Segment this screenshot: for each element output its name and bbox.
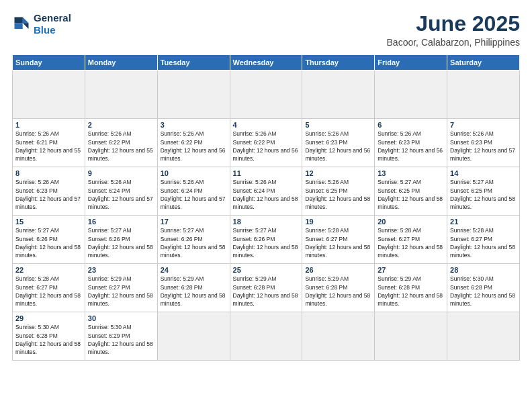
table-row: 21Sunrise: 5:28 AMSunset: 6:27 PMDayligh… — [447, 216, 520, 264]
day-info: Sunrise: 5:29 AMSunset: 6:27 PMDaylight:… — [88, 275, 154, 308]
day-info: Sunrise: 5:26 AMSunset: 6:23 PMDaylight:… — [305, 130, 371, 163]
day-number: 16 — [88, 218, 154, 226]
day-number: 26 — [305, 266, 371, 274]
col-saturday: Saturday — [447, 55, 520, 71]
day-info: Sunrise: 5:27 AMSunset: 6:26 PMDaylight:… — [88, 226, 154, 259]
day-number: 10 — [161, 169, 227, 177]
table-row — [447, 312, 520, 361]
day-number: 22 — [15, 266, 82, 274]
day-number: 2 — [88, 121, 154, 129]
day-number: 25 — [233, 266, 300, 274]
table-row: 20Sunrise: 5:28 AMSunset: 6:27 PMDayligh… — [375, 216, 447, 264]
day-number: 20 — [378, 218, 444, 226]
table-row — [375, 71, 447, 119]
table-row — [13, 71, 85, 119]
logo-text: General Blue — [34, 12, 71, 36]
table-row — [157, 312, 230, 361]
table-row: 30Sunrise: 5:30 AMSunset: 6:29 PMDayligh… — [85, 312, 157, 361]
day-number: 11 — [233, 169, 300, 177]
col-friday: Friday — [375, 55, 447, 71]
table-row: 27Sunrise: 5:29 AMSunset: 6:28 PMDayligh… — [375, 264, 447, 312]
table-row: 13Sunrise: 5:27 AMSunset: 6:25 PMDayligh… — [375, 167, 447, 216]
table-row: 7Sunrise: 5:26 AMSunset: 6:23 PMDaylight… — [447, 119, 520, 167]
day-info: Sunrise: 5:29 AMSunset: 6:28 PMDaylight:… — [161, 275, 227, 308]
day-number: 28 — [450, 266, 517, 274]
main-title: June 2025 — [387, 12, 520, 36]
day-info: Sunrise: 5:28 AMSunset: 6:27 PMDaylight:… — [305, 226, 371, 259]
day-info: Sunrise: 5:28 AMSunset: 6:27 PMDaylight:… — [378, 226, 444, 259]
day-number: 29 — [15, 314, 82, 322]
table-row — [302, 71, 375, 119]
day-info: Sunrise: 5:26 AMSunset: 6:24 PMDaylight:… — [233, 178, 300, 211]
day-info: Sunrise: 5:26 AMSunset: 6:22 PMDaylight:… — [161, 130, 227, 163]
table-row: 14Sunrise: 5:27 AMSunset: 6:25 PMDayligh… — [447, 167, 520, 216]
svg-rect-2 — [15, 17, 23, 24]
col-wednesday: Wednesday — [230, 55, 302, 71]
table-row: 24Sunrise: 5:29 AMSunset: 6:28 PMDayligh… — [157, 264, 230, 312]
calendar-week-row — [13, 71, 520, 119]
table-row: 12Sunrise: 5:26 AMSunset: 6:25 PMDayligh… — [302, 167, 375, 216]
col-tuesday: Tuesday — [157, 55, 230, 71]
table-row: 1Sunrise: 5:26 AMSunset: 6:21 PMDaylight… — [13, 119, 85, 167]
title-block: June 2025 Bacoor, Calabarzon, Philippine… — [387, 12, 520, 48]
page: General Blue June 2025 Bacoor, Calabarzo… — [0, 0, 532, 411]
day-info: Sunrise: 5:28 AMSunset: 6:27 PMDaylight:… — [450, 226, 517, 259]
table-row: 29Sunrise: 5:30 AMSunset: 6:28 PMDayligh… — [13, 312, 85, 361]
day-number: 30 — [88, 314, 154, 322]
day-info: Sunrise: 5:27 AMSunset: 6:26 PMDaylight:… — [233, 226, 300, 259]
table-row — [447, 71, 520, 119]
day-number: 6 — [378, 121, 444, 129]
day-info: Sunrise: 5:27 AMSunset: 6:25 PMDaylight:… — [450, 178, 517, 211]
calendar-header-row: Sunday Monday Tuesday Wednesday Thursday… — [13, 55, 520, 71]
calendar-week-row: 15Sunrise: 5:27 AMSunset: 6:26 PMDayligh… — [13, 216, 520, 264]
svg-rect-3 — [15, 23, 23, 29]
table-row: 10Sunrise: 5:26 AMSunset: 6:24 PMDayligh… — [157, 167, 230, 216]
day-number: 27 — [378, 266, 444, 274]
table-row: 15Sunrise: 5:27 AMSunset: 6:26 PMDayligh… — [13, 216, 85, 264]
svg-marker-0 — [23, 17, 29, 24]
day-info: Sunrise: 5:30 AMSunset: 6:28 PMDaylight:… — [450, 275, 517, 308]
day-number: 4 — [233, 121, 300, 129]
day-info: Sunrise: 5:26 AMSunset: 6:22 PMDaylight:… — [88, 130, 154, 163]
day-info: Sunrise: 5:30 AMSunset: 6:29 PMDaylight:… — [88, 323, 154, 356]
day-number: 5 — [305, 121, 371, 129]
day-number: 18 — [233, 218, 300, 226]
day-number: 13 — [378, 169, 444, 177]
calendar-week-row: 8Sunrise: 5:26 AMSunset: 6:23 PMDaylight… — [13, 167, 520, 216]
table-row: 19Sunrise: 5:28 AMSunset: 6:27 PMDayligh… — [302, 216, 375, 264]
table-row: 11Sunrise: 5:26 AMSunset: 6:24 PMDayligh… — [230, 167, 302, 216]
logo: General Blue — [12, 12, 71, 36]
table-row: 4Sunrise: 5:26 AMSunset: 6:22 PMDaylight… — [230, 119, 302, 167]
day-number: 21 — [450, 218, 517, 226]
day-number: 12 — [305, 169, 371, 177]
table-row: 16Sunrise: 5:27 AMSunset: 6:26 PMDayligh… — [85, 216, 157, 264]
table-row: 26Sunrise: 5:29 AMSunset: 6:28 PMDayligh… — [302, 264, 375, 312]
calendar-week-row: 29Sunrise: 5:30 AMSunset: 6:28 PMDayligh… — [13, 312, 520, 361]
day-info: Sunrise: 5:27 AMSunset: 6:25 PMDaylight:… — [378, 178, 444, 211]
table-row: 3Sunrise: 5:26 AMSunset: 6:22 PMDaylight… — [157, 119, 230, 167]
table-row — [375, 312, 447, 361]
day-number: 9 — [88, 169, 154, 177]
col-monday: Monday — [85, 55, 157, 71]
day-info: Sunrise: 5:29 AMSunset: 6:28 PMDaylight:… — [233, 275, 300, 308]
day-info: Sunrise: 5:27 AMSunset: 6:26 PMDaylight:… — [161, 226, 227, 259]
calendar: Sunday Monday Tuesday Wednesday Thursday… — [12, 54, 520, 361]
day-info: Sunrise: 5:26 AMSunset: 6:21 PMDaylight:… — [15, 130, 82, 163]
day-info: Sunrise: 5:26 AMSunset: 6:22 PMDaylight:… — [233, 130, 300, 163]
day-number: 17 — [161, 218, 227, 226]
day-number: 24 — [161, 266, 227, 274]
table-row: 2Sunrise: 5:26 AMSunset: 6:22 PMDaylight… — [85, 119, 157, 167]
day-number: 3 — [161, 121, 227, 129]
table-row — [230, 312, 302, 361]
table-row: 28Sunrise: 5:30 AMSunset: 6:28 PMDayligh… — [447, 264, 520, 312]
col-sunday: Sunday — [13, 55, 85, 71]
table-row: 25Sunrise: 5:29 AMSunset: 6:28 PMDayligh… — [230, 264, 302, 312]
table-row: 6Sunrise: 5:26 AMSunset: 6:23 PMDaylight… — [375, 119, 447, 167]
header: General Blue June 2025 Bacoor, Calabarzo… — [12, 12, 520, 48]
day-info: Sunrise: 5:26 AMSunset: 6:25 PMDaylight:… — [305, 178, 371, 211]
table-row — [157, 71, 230, 119]
logo-icon — [12, 15, 31, 34]
table-row: 5Sunrise: 5:26 AMSunset: 6:23 PMDaylight… — [302, 119, 375, 167]
day-info: Sunrise: 5:29 AMSunset: 6:28 PMDaylight:… — [305, 275, 371, 308]
table-row — [230, 71, 302, 119]
